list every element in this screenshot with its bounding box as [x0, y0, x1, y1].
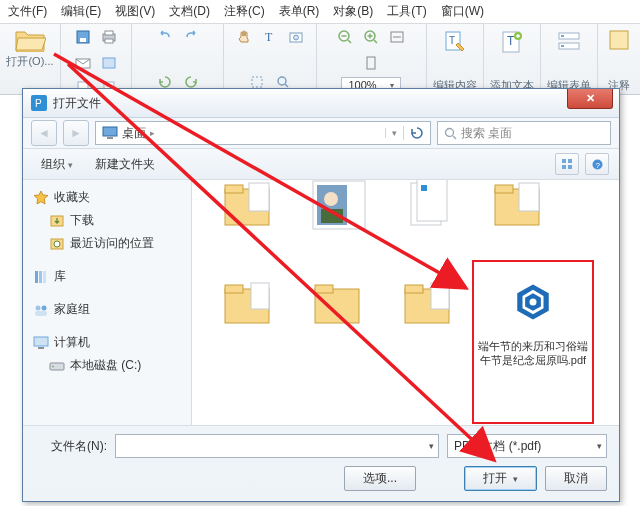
save-icon[interactable]	[72, 26, 94, 48]
sidebar-computer[interactable]: 计算机	[23, 331, 191, 354]
fit-width-icon[interactable]	[386, 26, 408, 48]
search-input[interactable]: 搜索 桌面	[437, 121, 611, 145]
svg-rect-67	[251, 283, 269, 309]
options-button[interactable]: 选项...	[344, 466, 416, 491]
svg-rect-68	[315, 289, 359, 323]
print-icon[interactable]	[98, 26, 120, 48]
svg-rect-6	[103, 58, 115, 68]
sidebar-recent[interactable]: 最近访问的位置	[23, 232, 191, 255]
folder-item[interactable]	[478, 180, 560, 236]
svg-rect-30	[103, 127, 117, 136]
edit-form-button[interactable]	[553, 26, 585, 58]
edit-content-button[interactable]: T	[439, 26, 471, 58]
svg-rect-31	[107, 137, 113, 139]
dialog-titlebar[interactable]: P 打开文件 ✕	[23, 89, 619, 118]
menu-table[interactable]: 表单(R)	[279, 3, 320, 20]
svg-text:?: ?	[595, 160, 600, 169]
menu-file[interactable]: 文件(F)	[8, 3, 47, 20]
folder-item[interactable]	[388, 272, 470, 334]
sidebar-local-disk-c[interactable]: 本地磁盘 (C:)	[23, 354, 191, 377]
svg-rect-36	[568, 165, 572, 169]
svg-rect-3	[105, 31, 113, 35]
svg-point-45	[36, 305, 41, 310]
cancel-button[interactable]: 取消	[545, 466, 607, 491]
zoom-out-icon[interactable]	[334, 26, 356, 48]
ribbon-toolbar: 打开(O)... T	[0, 24, 640, 95]
doc-stack-item[interactable]	[388, 180, 470, 236]
filetype-combo[interactable]: PDF 文档 (*.pdf)▾	[447, 434, 607, 458]
svg-text:T: T	[507, 34, 515, 48]
photo-item[interactable]	[298, 180, 380, 236]
hand-tool-icon[interactable]	[233, 26, 255, 48]
file-name-label: 端午节的来历和习俗端午节是纪念屈原吗.pdf	[478, 340, 588, 368]
svg-rect-54	[249, 183, 269, 211]
view-mode-button[interactable]	[555, 153, 579, 175]
pdf-app-icon	[512, 281, 554, 323]
nav-back-button[interactable]: ◄	[31, 120, 57, 146]
new-folder-button[interactable]: 新建文件夹	[87, 153, 163, 176]
menu-tool[interactable]: 工具(T)	[387, 3, 426, 20]
filename-label: 文件名(N):	[35, 438, 107, 455]
svg-point-11	[293, 35, 298, 40]
refresh-button[interactable]	[403, 126, 430, 140]
sidebar-homegroup[interactable]: 家庭组	[23, 298, 191, 321]
sidebar-downloads[interactable]: 下载	[23, 209, 191, 232]
redo-icon[interactable]	[180, 26, 202, 48]
sidebar-favorites[interactable]: 收藏夹	[23, 186, 191, 209]
menu-object[interactable]: 对象(B)	[333, 3, 373, 20]
dialog-title: 打开文件	[53, 95, 619, 112]
open-button[interactable]: 打开▾	[464, 466, 537, 491]
svg-rect-47	[35, 311, 47, 316]
help-button[interactable]: ?	[585, 153, 609, 175]
snapshot-icon[interactable]	[285, 26, 307, 48]
menu-document[interactable]: 文档(D)	[169, 3, 210, 20]
dialog-sidebar: 收藏夹 下载 最近访问的位置 库 家庭组 计算机 本地磁盘 (C:)	[23, 180, 192, 425]
svg-rect-71	[405, 285, 423, 293]
svg-rect-27	[610, 31, 628, 49]
menu-comment[interactable]: 注释(C)	[224, 3, 265, 20]
undo-icon[interactable]	[154, 26, 176, 48]
svg-rect-12	[252, 77, 262, 87]
folder-item[interactable]	[208, 272, 290, 334]
svg-rect-34	[568, 159, 572, 163]
organize-menu[interactable]: 组织	[33, 153, 81, 176]
mail-icon[interactable]	[72, 52, 94, 74]
folder-item[interactable]	[208, 180, 290, 236]
location-bar[interactable]: 桌面▸ ▾	[95, 121, 431, 145]
svg-rect-42	[35, 271, 38, 283]
open-button[interactable]: 打开(O)...	[6, 26, 53, 69]
svg-rect-1	[80, 38, 86, 42]
svg-point-51	[52, 365, 54, 367]
svg-point-32	[446, 128, 454, 136]
desktop-icon	[102, 126, 118, 140]
scan-icon[interactable]	[98, 52, 120, 74]
nav-forward-button[interactable]: ►	[63, 120, 89, 146]
zoom-in-icon[interactable]	[360, 26, 382, 48]
menu-bar: 文件(F) 编辑(E) 视图(V) 文档(D) 注释(C) 表单(R) 对象(B…	[0, 0, 640, 24]
svg-rect-64	[519, 183, 539, 211]
folder-item[interactable]	[298, 272, 380, 334]
svg-rect-26	[561, 45, 564, 47]
svg-text:T: T	[449, 35, 455, 46]
svg-rect-17	[367, 57, 375, 69]
text-select-icon[interactable]: T	[259, 26, 281, 48]
menu-view[interactable]: 视图(V)	[115, 3, 155, 20]
filename-combo[interactable]: ▾	[115, 434, 439, 458]
svg-rect-72	[431, 283, 449, 309]
fit-page-icon[interactable]	[360, 52, 382, 74]
svg-point-41	[54, 241, 60, 247]
svg-point-46	[42, 305, 47, 310]
annotate-button[interactable]	[605, 26, 633, 54]
svg-point-57	[324, 192, 338, 206]
dialog-bottom-bar: 文件名(N): ▾ PDF 文档 (*.pdf)▾ 选项... 打开▾ 取消	[23, 425, 619, 501]
file-item-selected[interactable]: 端午节的来历和习俗端午节是纪念屈原吗.pdf	[472, 260, 594, 424]
svg-point-13	[278, 77, 286, 85]
menu-window[interactable]: 窗口(W)	[441, 3, 484, 20]
close-button[interactable]: ✕	[567, 89, 613, 109]
svg-point-73	[530, 299, 537, 306]
file-list-pane[interactable]: 端午节的来历和习俗端午节是纪念屈原吗.pdf	[192, 180, 619, 425]
svg-rect-35	[562, 165, 566, 169]
add-text-button[interactable]: T	[496, 26, 528, 58]
menu-edit[interactable]: 编辑(E)	[61, 3, 101, 20]
sidebar-libraries[interactable]: 库	[23, 265, 191, 288]
